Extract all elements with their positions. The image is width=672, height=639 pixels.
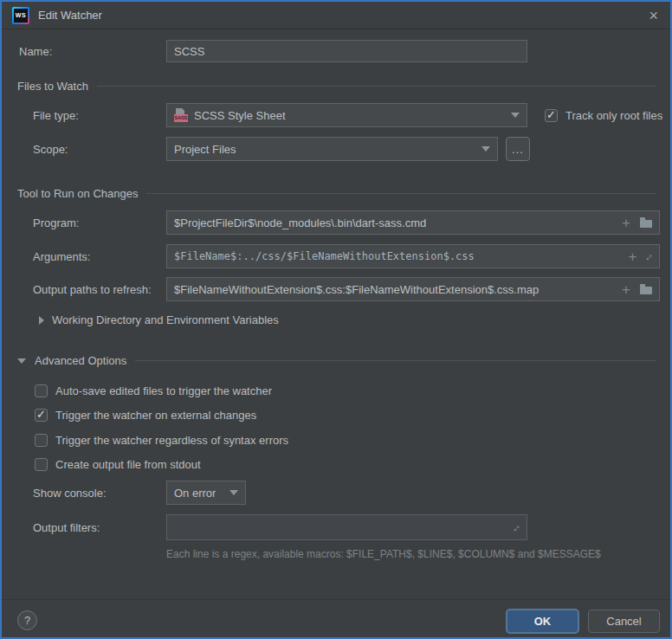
webstorm-icon-text: WS <box>14 9 28 23</box>
edit-watcher-dialog: WS Edit Watcher × Name: SCSS Files to Wa… <box>0 0 672 639</box>
name-label: Name: <box>19 45 52 58</box>
section-title: Tool to Run on Changes <box>17 187 138 200</box>
browse-folder-icon[interactable] <box>640 220 652 228</box>
track-root-files-label: Track only root files <box>565 109 662 122</box>
arguments-value: $FileName$:../css/$FileNameWithoutExtens… <box>174 250 475 262</box>
track-root-files-checkbox[interactable] <box>545 109 558 122</box>
stdout-checkbox-row[interactable]: Create output file from stdout <box>35 456 201 472</box>
insert-macro-icon[interactable]: + <box>629 249 637 264</box>
section-files-to-watch: Files to Watch <box>17 80 656 93</box>
insert-macro-icon[interactable]: + <box>622 216 630 230</box>
syntax-errors-checkbox[interactable] <box>35 434 48 447</box>
working-directory-label: Working Directory and Environment Variab… <box>52 313 279 326</box>
chevron-down-icon <box>511 113 520 118</box>
stdout-checkbox[interactable] <box>35 458 48 471</box>
external-changes-checkbox[interactable] <box>35 409 48 422</box>
show-console-value: On error <box>174 487 216 500</box>
program-input[interactable]: $ProjectFileDir$\node_modules\.bin\dart-… <box>166 210 660 235</box>
section-tool-to-run: Tool to Run on Changes <box>17 187 656 200</box>
chevron-down-icon <box>17 358 26 364</box>
autosave-checkbox-row[interactable]: Auto-save edited files to trigger the wa… <box>35 383 272 398</box>
external-changes-checkbox-row[interactable]: Trigger the watcher on external changes <box>35 407 256 423</box>
file-type-value: SCSS Style Sheet <box>194 109 286 122</box>
output-paths-label: Output paths to refresh: <box>33 283 152 296</box>
separator-line <box>97 86 656 87</box>
insert-macro-icon[interactable]: + <box>622 282 630 297</box>
chevron-down-icon <box>229 490 238 495</box>
dialog-title: Edit Watcher <box>38 9 102 22</box>
file-type-dropdown[interactable]: SASS SCSS Style Sheet <box>166 103 527 127</box>
section-title: Files to Watch <box>17 80 88 93</box>
close-icon[interactable]: × <box>647 8 660 23</box>
output-filters-input[interactable]: ↕ <box>166 514 527 540</box>
cancel-button[interactable]: Cancel <box>588 610 660 633</box>
scope-dropdown[interactable]: Project Files <box>166 137 498 161</box>
separator-line <box>135 360 656 361</box>
file-type-label: File type: <box>33 109 79 122</box>
arguments-input[interactable]: $FileName$:../css/$FileNameWithoutExtens… <box>166 244 660 268</box>
ok-button[interactable]: OK <box>506 609 579 634</box>
autosave-checkbox[interactable] <box>35 384 48 397</box>
scss-file-icon: SASS <box>174 108 188 122</box>
chevron-right-icon <box>39 316 44 325</box>
expand-editor-icon[interactable]: ↕ <box>510 520 523 533</box>
show-console-label: Show console: <box>33 487 107 500</box>
output-paths-value: $FileNameWithoutExtension$.css:$FileName… <box>174 283 539 296</box>
section-title: Advanced Options <box>35 354 126 367</box>
show-console-dropdown[interactable]: On error <box>166 481 246 505</box>
working-directory-toggle[interactable]: Working Directory and Environment Variab… <box>39 313 279 326</box>
expand-editor-icon[interactable]: ↕ <box>643 249 656 262</box>
output-paths-input[interactable]: $FileNameWithoutExtension$.css:$FileName… <box>166 277 660 301</box>
name-value: SCSS <box>174 45 204 58</box>
arguments-label: Arguments: <box>33 250 90 263</box>
scope-value: Project Files <box>174 143 236 156</box>
webstorm-icon: WS <box>12 7 29 24</box>
browse-folder-icon[interactable] <box>640 287 652 294</box>
separator-line <box>146 193 656 194</box>
output-filters-label: Output filters: <box>33 521 100 534</box>
program-value: $ProjectFileDir$\node_modules\.bin\dart-… <box>174 216 426 229</box>
advanced-options-toggle[interactable]: Advanced Options <box>17 354 656 367</box>
scope-label: Scope: <box>33 143 68 156</box>
syntax-errors-checkbox-row[interactable]: Trigger the watcher regardless of syntax… <box>35 432 288 448</box>
output-filters-hint: Each line is a regex, available macros: … <box>166 548 601 560</box>
footer-separator <box>2 599 670 600</box>
name-input[interactable]: SCSS <box>166 40 527 62</box>
scope-browse-button[interactable]: ... <box>506 137 530 161</box>
title-bar: WS Edit Watcher × <box>2 2 670 29</box>
chevron-down-icon <box>481 146 490 152</box>
program-label: Program: <box>33 216 79 229</box>
track-root-files-checkbox-row[interactable]: Track only root files <box>545 107 662 123</box>
help-button[interactable]: ? <box>17 610 37 630</box>
